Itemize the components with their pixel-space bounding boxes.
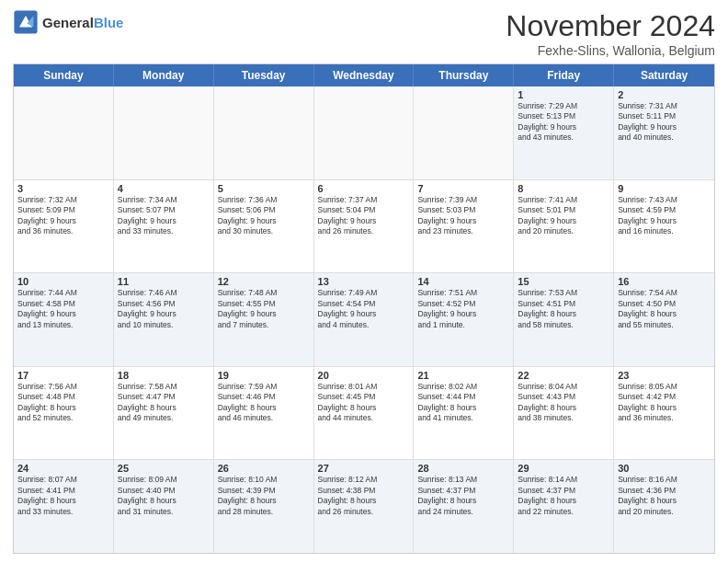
day-number: 19 [218, 370, 310, 381]
cal-cell-0-6: 2Sunrise: 7:31 AM Sunset: 5:11 PM Daylig… [614, 86, 714, 179]
cal-cell-2-1: 11Sunrise: 7:46 AM Sunset: 4:56 PM Dayli… [114, 273, 214, 366]
cal-cell-0-3 [314, 86, 415, 179]
cell-info: Sunrise: 8:02 AM Sunset: 4:44 PM Dayligh… [417, 382, 509, 424]
day-number: 18 [118, 370, 210, 381]
header-monday: Monday [114, 64, 214, 86]
cell-info: Sunrise: 8:05 AM Sunset: 4:42 PM Dayligh… [618, 382, 711, 424]
calendar-header: Sunday Monday Tuesday Wednesday Thursday… [14, 64, 714, 86]
logo: GeneralBlue [13, 9, 123, 35]
day-number: 23 [618, 370, 711, 381]
cal-cell-4-5: 29Sunrise: 8:14 AM Sunset: 4:37 PM Dayli… [514, 460, 614, 553]
cal-cell-0-2 [214, 86, 314, 179]
cell-info: Sunrise: 7:53 AM Sunset: 4:51 PM Dayligh… [518, 288, 609, 330]
day-number: 17 [17, 370, 109, 381]
cell-info: Sunrise: 8:10 AM Sunset: 4:39 PM Dayligh… [218, 475, 310, 517]
day-number: 20 [318, 370, 410, 381]
logo-text: GeneralBlue [42, 15, 123, 30]
cell-info: Sunrise: 7:56 AM Sunset: 4:48 PM Dayligh… [17, 382, 109, 424]
cell-info: Sunrise: 7:43 AM Sunset: 4:59 PM Dayligh… [618, 195, 711, 237]
cell-info: Sunrise: 7:32 AM Sunset: 5:09 PM Dayligh… [17, 195, 109, 237]
day-number: 7 [417, 183, 509, 194]
cell-info: Sunrise: 7:37 AM Sunset: 5:04 PM Dayligh… [318, 195, 410, 237]
location: Fexhe-Slins, Wallonia, Belgium [506, 43, 715, 58]
cell-info: Sunrise: 8:13 AM Sunset: 4:37 PM Dayligh… [417, 475, 509, 517]
day-number: 27 [318, 463, 410, 474]
cell-info: Sunrise: 7:49 AM Sunset: 4:54 PM Dayligh… [318, 288, 410, 330]
header-thursday: Thursday [414, 64, 514, 86]
day-number: 26 [218, 463, 310, 474]
cell-info: Sunrise: 7:59 AM Sunset: 4:46 PM Dayligh… [218, 382, 310, 424]
cal-cell-2-5: 15Sunrise: 7:53 AM Sunset: 4:51 PM Dayli… [514, 273, 614, 366]
cal-row-1: 3Sunrise: 7:32 AM Sunset: 5:09 PM Daylig… [14, 180, 714, 274]
cal-cell-0-0 [14, 86, 114, 179]
cal-cell-4-3: 27Sunrise: 8:12 AM Sunset: 4:38 PM Dayli… [314, 460, 415, 553]
day-number: 14 [417, 276, 509, 287]
cell-info: Sunrise: 8:04 AM Sunset: 4:43 PM Dayligh… [518, 382, 609, 424]
cal-cell-2-4: 14Sunrise: 7:51 AM Sunset: 4:52 PM Dayli… [414, 273, 514, 366]
calendar-body: 1Sunrise: 7:29 AM Sunset: 5:13 PM Daylig… [14, 86, 714, 553]
cell-info: Sunrise: 7:51 AM Sunset: 4:52 PM Dayligh… [417, 288, 509, 330]
cal-cell-2-0: 10Sunrise: 7:44 AM Sunset: 4:58 PM Dayli… [14, 273, 114, 366]
cell-info: Sunrise: 7:44 AM Sunset: 4:58 PM Dayligh… [17, 288, 109, 330]
cell-info: Sunrise: 8:01 AM Sunset: 4:45 PM Dayligh… [318, 382, 410, 424]
cal-cell-4-1: 25Sunrise: 8:09 AM Sunset: 4:40 PM Dayli… [114, 460, 214, 553]
day-number: 25 [118, 463, 210, 474]
logo-icon [13, 9, 39, 35]
cal-cell-1-6: 9Sunrise: 7:43 AM Sunset: 4:59 PM Daylig… [614, 180, 714, 273]
header: GeneralBlue November 2024 Fexhe-Slins, W… [13, 9, 715, 58]
cal-cell-2-2: 12Sunrise: 7:48 AM Sunset: 4:55 PM Dayli… [214, 273, 314, 366]
cal-cell-1-2: 5Sunrise: 7:36 AM Sunset: 5:06 PM Daylig… [214, 180, 314, 273]
cal-cell-3-5: 22Sunrise: 8:04 AM Sunset: 4:43 PM Dayli… [514, 367, 614, 460]
day-number: 12 [218, 276, 310, 287]
day-number: 21 [417, 370, 509, 381]
day-number: 11 [118, 276, 210, 287]
cal-cell-0-5: 1Sunrise: 7:29 AM Sunset: 5:13 PM Daylig… [514, 86, 614, 179]
month-year: November 2024 [506, 9, 715, 43]
header-sunday: Sunday [14, 64, 114, 86]
cell-info: Sunrise: 8:12 AM Sunset: 4:38 PM Dayligh… [318, 475, 410, 517]
day-number: 28 [417, 463, 509, 474]
cal-cell-3-3: 20Sunrise: 8:01 AM Sunset: 4:45 PM Dayli… [314, 367, 415, 460]
day-number: 29 [518, 463, 609, 474]
cell-info: Sunrise: 7:58 AM Sunset: 4:47 PM Dayligh… [118, 382, 210, 424]
cell-info: Sunrise: 7:39 AM Sunset: 5:03 PM Dayligh… [417, 195, 509, 237]
day-number: 13 [318, 276, 410, 287]
cell-info: Sunrise: 8:07 AM Sunset: 4:41 PM Dayligh… [17, 475, 109, 517]
cal-cell-0-4 [414, 86, 514, 179]
day-number: 1 [518, 89, 609, 100]
header-saturday: Saturday [614, 64, 714, 86]
cell-info: Sunrise: 8:09 AM Sunset: 4:40 PM Dayligh… [118, 475, 210, 517]
cell-info: Sunrise: 7:29 AM Sunset: 5:13 PM Dayligh… [518, 101, 609, 144]
day-number: 15 [518, 276, 609, 287]
cal-cell-3-6: 23Sunrise: 8:05 AM Sunset: 4:42 PM Dayli… [614, 367, 714, 460]
day-number: 3 [17, 183, 109, 194]
cal-row-2: 10Sunrise: 7:44 AM Sunset: 4:58 PM Dayli… [14, 273, 714, 367]
cal-cell-2-6: 16Sunrise: 7:54 AM Sunset: 4:50 PM Dayli… [614, 273, 714, 366]
header-wednesday: Wednesday [314, 64, 415, 86]
cal-cell-3-2: 19Sunrise: 7:59 AM Sunset: 4:46 PM Dayli… [214, 367, 314, 460]
cal-cell-3-4: 21Sunrise: 8:02 AM Sunset: 4:44 PM Dayli… [414, 367, 514, 460]
title-area: November 2024 Fexhe-Slins, Wallonia, Bel… [506, 9, 715, 58]
cal-cell-1-4: 7Sunrise: 7:39 AM Sunset: 5:03 PM Daylig… [414, 180, 514, 273]
cell-info: Sunrise: 7:54 AM Sunset: 4:50 PM Dayligh… [618, 288, 711, 330]
day-number: 2 [618, 89, 711, 100]
cal-row-4: 24Sunrise: 8:07 AM Sunset: 4:41 PM Dayli… [14, 460, 714, 553]
cell-info: Sunrise: 7:34 AM Sunset: 5:07 PM Dayligh… [118, 195, 210, 237]
page: GeneralBlue November 2024 Fexhe-Slins, W… [0, 0, 728, 563]
cell-info: Sunrise: 7:36 AM Sunset: 5:06 PM Dayligh… [218, 195, 310, 237]
day-number: 4 [118, 183, 210, 194]
day-number: 9 [618, 183, 711, 194]
cal-cell-4-2: 26Sunrise: 8:10 AM Sunset: 4:39 PM Dayli… [214, 460, 314, 553]
day-number: 8 [518, 183, 609, 194]
calendar: Sunday Monday Tuesday Wednesday Thursday… [13, 63, 715, 554]
header-friday: Friday [514, 64, 614, 86]
cal-cell-0-1 [114, 86, 214, 179]
cal-cell-1-0: 3Sunrise: 7:32 AM Sunset: 5:09 PM Daylig… [14, 180, 114, 273]
cal-row-0: 1Sunrise: 7:29 AM Sunset: 5:13 PM Daylig… [14, 86, 714, 180]
cal-cell-1-3: 6Sunrise: 7:37 AM Sunset: 5:04 PM Daylig… [314, 180, 415, 273]
day-number: 5 [218, 183, 310, 194]
cell-info: Sunrise: 7:41 AM Sunset: 5:01 PM Dayligh… [518, 195, 609, 237]
day-number: 16 [618, 276, 711, 287]
cell-info: Sunrise: 8:16 AM Sunset: 4:36 PM Dayligh… [618, 475, 711, 517]
day-number: 24 [17, 463, 109, 474]
